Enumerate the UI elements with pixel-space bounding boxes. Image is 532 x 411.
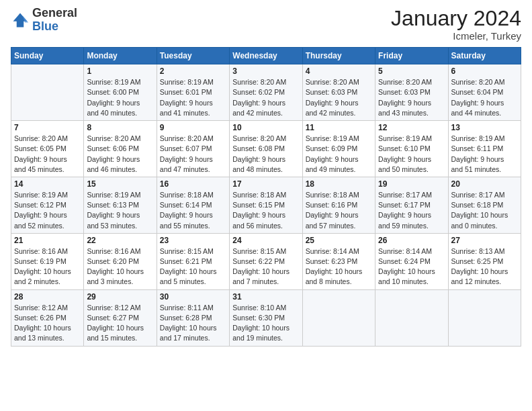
day-detail: Sunrise: 8:20 AMSunset: 6:03 PMDaylight:… (378, 77, 445, 118)
day-detail: Sunrise: 8:11 AMSunset: 6:28 PMDaylight:… (160, 303, 226, 344)
day-detail: Sunrise: 8:14 AMSunset: 6:24 PMDaylight:… (378, 246, 445, 287)
day-cell: 31Sunrise: 8:10 AMSunset: 6:30 PMDayligh… (230, 289, 302, 346)
day-cell: 19Sunrise: 8:17 AMSunset: 6:17 PMDayligh… (375, 177, 448, 233)
day-cell: 24Sunrise: 8:15 AMSunset: 6:22 PMDayligh… (230, 233, 302, 289)
day-cell: 7Sunrise: 8:20 AMSunset: 6:05 PMDaylight… (11, 121, 84, 177)
day-detail: Sunrise: 8:10 AMSunset: 6:30 PMDaylight:… (232, 303, 299, 344)
day-header: Monday (84, 48, 157, 64)
day-detail: Sunrise: 8:14 AMSunset: 6:23 PMDaylight:… (306, 246, 372, 287)
day-number: 27 (451, 236, 518, 245)
day-cell: 27Sunrise: 8:13 AMSunset: 6:25 PMDayligh… (448, 233, 521, 289)
day-detail: Sunrise: 8:17 AMSunset: 6:18 PMDaylight:… (451, 190, 518, 231)
day-cell: 6Sunrise: 8:20 AMSunset: 6:04 PMDaylight… (448, 64, 521, 121)
day-header: Friday (375, 48, 448, 64)
day-detail: Sunrise: 8:20 AMSunset: 6:05 PMDaylight:… (14, 134, 81, 175)
day-cell: 20Sunrise: 8:17 AMSunset: 6:18 PMDayligh… (448, 177, 521, 233)
day-detail: Sunrise: 8:20 AMSunset: 6:06 PMDaylight:… (87, 134, 153, 175)
day-cell: 30Sunrise: 8:11 AMSunset: 6:28 PMDayligh… (157, 289, 229, 346)
day-cell: 14Sunrise: 8:19 AMSunset: 6:12 PMDayligh… (11, 177, 84, 233)
week-row: 21Sunrise: 8:16 AMSunset: 6:19 PMDayligh… (11, 233, 521, 289)
day-number: 29 (87, 292, 153, 302)
day-detail: Sunrise: 8:20 AMSunset: 6:03 PMDaylight:… (306, 77, 372, 118)
day-number: 8 (87, 123, 153, 132)
week-row: 28Sunrise: 8:12 AMSunset: 6:26 PMDayligh… (11, 289, 521, 346)
day-cell: 13Sunrise: 8:19 AMSunset: 6:11 PMDayligh… (448, 121, 521, 177)
day-cell: 8Sunrise: 8:20 AMSunset: 6:06 PMDaylight… (84, 121, 157, 177)
day-cell: 28Sunrise: 8:12 AMSunset: 6:26 PMDayligh… (11, 289, 84, 346)
day-number: 10 (232, 123, 299, 132)
day-number: 4 (306, 66, 372, 76)
day-number: 26 (378, 236, 445, 245)
day-number: 11 (306, 123, 372, 132)
day-detail: Sunrise: 8:19 AMSunset: 6:00 PMDaylight:… (87, 77, 153, 118)
day-number: 24 (232, 236, 299, 245)
day-cell: 12Sunrise: 8:19 AMSunset: 6:10 PMDayligh… (375, 121, 448, 177)
day-detail: Sunrise: 8:18 AMSunset: 6:15 PMDaylight:… (232, 190, 299, 231)
day-number: 17 (232, 179, 299, 189)
day-detail: Sunrise: 8:15 AMSunset: 6:22 PMDaylight:… (232, 246, 299, 287)
day-cell: 1Sunrise: 8:19 AMSunset: 6:00 PMDaylight… (84, 64, 157, 121)
day-cell (448, 289, 521, 346)
day-number: 18 (306, 179, 372, 189)
day-detail: Sunrise: 8:16 AMSunset: 6:19 PMDaylight:… (14, 246, 81, 287)
day-number: 3 (232, 66, 299, 76)
day-number: 20 (451, 179, 518, 189)
day-number: 6 (451, 66, 518, 76)
day-cell: 4Sunrise: 8:20 AMSunset: 6:03 PMDaylight… (302, 64, 375, 121)
day-cell: 3Sunrise: 8:20 AMSunset: 6:02 PMDaylight… (230, 64, 302, 121)
day-number: 2 (160, 66, 226, 76)
day-cell: 22Sunrise: 8:16 AMSunset: 6:20 PMDayligh… (84, 233, 157, 289)
day-header: Wednesday (230, 48, 302, 64)
calendar-table: SundayMondayTuesdayWednesdayThursdayFrid… (11, 47, 521, 346)
day-header: Tuesday (157, 48, 229, 64)
day-cell: 21Sunrise: 8:16 AMSunset: 6:19 PMDayligh… (11, 233, 84, 289)
day-detail: Sunrise: 8:20 AMSunset: 6:08 PMDaylight:… (232, 134, 299, 175)
day-number: 16 (160, 179, 226, 189)
day-number: 25 (306, 236, 372, 245)
day-cell: 9Sunrise: 8:20 AMSunset: 6:07 PMDaylight… (157, 121, 229, 177)
day-detail: Sunrise: 8:17 AMSunset: 6:17 PMDaylight:… (378, 190, 445, 231)
day-number: 15 (87, 179, 153, 189)
day-detail: Sunrise: 8:13 AMSunset: 6:25 PMDaylight:… (451, 246, 518, 287)
day-detail: Sunrise: 8:12 AMSunset: 6:27 PMDaylight:… (87, 303, 153, 344)
day-number: 19 (378, 179, 445, 189)
day-number: 28 (14, 292, 81, 302)
week-row: 1Sunrise: 8:19 AMSunset: 6:00 PMDaylight… (11, 64, 521, 121)
day-detail: Sunrise: 8:12 AMSunset: 6:26 PMDaylight:… (14, 303, 81, 344)
day-cell: 17Sunrise: 8:18 AMSunset: 6:15 PMDayligh… (230, 177, 302, 233)
day-number: 22 (87, 236, 153, 245)
day-number: 30 (160, 292, 226, 302)
logo-icon (11, 11, 30, 30)
header: General Blue January 2024 Icmeler, Turke… (11, 7, 521, 42)
day-detail: Sunrise: 8:19 AMSunset: 6:11 PMDaylight:… (451, 134, 518, 175)
day-cell: 2Sunrise: 8:19 AMSunset: 6:01 PMDaylight… (157, 64, 229, 121)
day-number: 9 (160, 123, 226, 132)
day-number: 21 (14, 236, 81, 245)
day-header: Thursday (302, 48, 375, 64)
day-cell: 18Sunrise: 8:18 AMSunset: 6:16 PMDayligh… (302, 177, 375, 233)
day-number: 7 (14, 123, 81, 132)
day-cell: 26Sunrise: 8:14 AMSunset: 6:24 PMDayligh… (375, 233, 448, 289)
day-detail: Sunrise: 8:19 AMSunset: 6:09 PMDaylight:… (306, 134, 372, 175)
day-number: 12 (378, 123, 445, 132)
day-cell: 11Sunrise: 8:19 AMSunset: 6:09 PMDayligh… (302, 121, 375, 177)
day-detail: Sunrise: 8:16 AMSunset: 6:20 PMDaylight:… (87, 246, 153, 287)
day-detail: Sunrise: 8:18 AMSunset: 6:16 PMDaylight:… (306, 190, 372, 231)
header-row: SundayMondayTuesdayWednesdayThursdayFrid… (11, 48, 521, 64)
day-number: 23 (160, 236, 226, 245)
day-cell: 29Sunrise: 8:12 AMSunset: 6:27 PMDayligh… (84, 289, 157, 346)
logo-general: General (32, 7, 77, 20)
day-detail: Sunrise: 8:19 AMSunset: 6:12 PMDaylight:… (14, 190, 81, 231)
day-detail: Sunrise: 8:19 AMSunset: 6:13 PMDaylight:… (87, 190, 153, 231)
day-header: Sunday (11, 48, 84, 64)
day-cell: 15Sunrise: 8:19 AMSunset: 6:13 PMDayligh… (84, 177, 157, 233)
month-year: January 2024 (391, 7, 521, 30)
day-cell: 25Sunrise: 8:14 AMSunset: 6:23 PMDayligh… (302, 233, 375, 289)
day-cell (11, 64, 84, 121)
location: Icmeler, Turkey (391, 30, 521, 42)
day-header: Saturday (448, 48, 521, 64)
day-detail: Sunrise: 8:20 AMSunset: 6:02 PMDaylight:… (232, 77, 299, 118)
title-block: January 2024 Icmeler, Turkey (391, 7, 521, 42)
day-detail: Sunrise: 8:20 AMSunset: 6:07 PMDaylight:… (160, 134, 226, 175)
day-cell (302, 289, 375, 346)
